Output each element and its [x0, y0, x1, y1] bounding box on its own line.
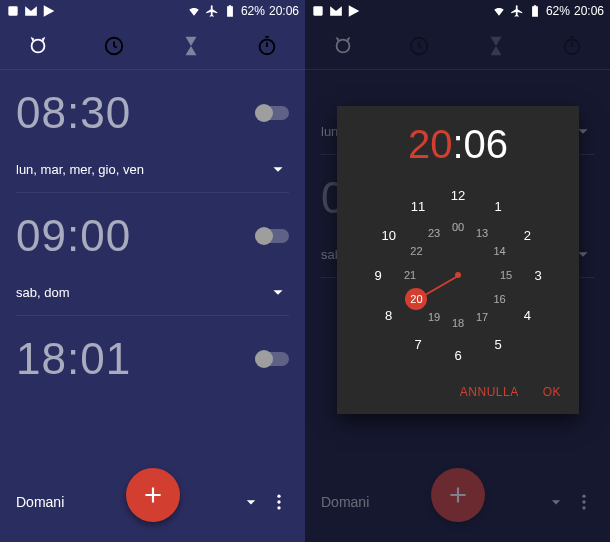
picker-minute[interactable]: 06	[464, 122, 509, 166]
hour-16[interactable]: 16	[493, 293, 505, 305]
clock-center	[455, 272, 461, 278]
hour-7[interactable]: 7	[414, 337, 421, 352]
tabs	[0, 22, 305, 70]
hour-22[interactable]: 22	[410, 245, 422, 257]
ok-button[interactable]: OK	[543, 385, 561, 399]
hour-10[interactable]: 10	[381, 228, 395, 243]
alarm-item[interactable]: 08:30 lun, mar, mer, gio, ven	[0, 70, 305, 193]
tab-stopwatch[interactable]	[534, 35, 610, 57]
battery-pct: 62%	[546, 4, 570, 18]
clock-time: 20:06	[574, 4, 604, 18]
add-alarm-button	[431, 468, 485, 522]
alarm-item[interactable]: 09:00 sab, dom	[0, 193, 305, 316]
hour-6[interactable]: 6	[454, 348, 461, 363]
svg-point-5	[277, 506, 280, 509]
alarm-list: 08:30 lun, mar, mer, gio, ven 09:00 sab,…	[0, 70, 305, 384]
hour-12[interactable]: 12	[451, 188, 465, 203]
chevron-down-icon[interactable]	[241, 492, 261, 512]
statusbar: 62% 20:06	[305, 0, 610, 22]
alarm-time[interactable]: 18:01	[16, 334, 131, 384]
alarm-days: lun, mar, mer, gio, ven	[16, 162, 144, 177]
svg-point-3	[277, 495, 280, 498]
tab-stopwatch[interactable]	[229, 35, 305, 57]
svg-point-10	[582, 500, 585, 503]
tab-alarm[interactable]	[0, 35, 76, 57]
hour-13[interactable]: 13	[476, 227, 488, 239]
airplane-icon	[205, 4, 219, 18]
tab-timer[interactable]	[458, 35, 534, 57]
footer-label: Domani	[321, 494, 369, 510]
hour-14[interactable]: 14	[493, 245, 505, 257]
hour-18[interactable]: 18	[452, 317, 464, 329]
battery-icon	[223, 4, 237, 18]
cancel-button[interactable]: ANNULLA	[460, 385, 519, 399]
hour-8[interactable]: 8	[385, 308, 392, 323]
chevron-down-icon[interactable]	[267, 281, 289, 303]
hour-9[interactable]: 9	[374, 268, 381, 283]
svg-point-4	[277, 500, 280, 503]
screen-right: 62% 20:06 lun, mar, mer, gio, ven 0 sab …	[305, 0, 610, 542]
hour-19[interactable]: 19	[428, 311, 440, 323]
alarm-time[interactable]: 09:00	[16, 211, 131, 261]
hour-15[interactable]: 15	[500, 269, 512, 281]
airplane-icon	[510, 4, 524, 18]
picker-hour[interactable]: 20	[408, 122, 453, 166]
more-icon	[574, 492, 594, 512]
hour-23[interactable]: 23	[428, 227, 440, 239]
alarm-toggle[interactable]	[255, 352, 289, 366]
tab-timer[interactable]	[153, 35, 229, 57]
more-icon[interactable]	[269, 492, 289, 512]
mail-icon	[24, 4, 38, 18]
statusbar: 62% 20:06	[0, 0, 305, 22]
play-icon	[42, 4, 56, 18]
hour-3[interactable]: 3	[534, 268, 541, 283]
alarm-item[interactable]: 18:01	[0, 316, 305, 384]
screen-left: 62% 20:06 08:30 lun, mar, mer, gio, ven …	[0, 0, 305, 542]
hour-17[interactable]: 17	[476, 311, 488, 323]
hour-20[interactable]: 20	[405, 288, 427, 310]
hour-21[interactable]: 21	[404, 269, 416, 281]
picker-time: 20:06	[337, 106, 579, 175]
clock-time: 20:06	[269, 4, 299, 18]
clock-face[interactable]: 121234567891011001314151617181920212223	[358, 175, 558, 375]
alarm-days: sab, dom	[16, 285, 69, 300]
alarm-toggle[interactable]	[255, 229, 289, 243]
hour-11[interactable]: 11	[411, 198, 425, 213]
svg-rect-6	[313, 6, 322, 15]
chevron-down-icon	[546, 492, 566, 512]
wifi-icon	[492, 4, 506, 18]
hour-4[interactable]: 4	[524, 308, 531, 323]
footer-label: Domani	[16, 494, 64, 510]
mail-icon	[329, 4, 343, 18]
tab-clock[interactable]	[76, 35, 152, 57]
app-icon	[311, 4, 325, 18]
app-icon	[6, 4, 20, 18]
play-icon	[347, 4, 361, 18]
hour-00[interactable]: 00	[452, 221, 464, 233]
svg-point-11	[582, 506, 585, 509]
chevron-down-icon[interactable]	[267, 158, 289, 180]
svg-point-9	[582, 495, 585, 498]
tab-clock[interactable]	[381, 35, 457, 57]
hour-1[interactable]: 1	[494, 198, 501, 213]
svg-rect-0	[8, 6, 17, 15]
hour-5[interactable]: 5	[494, 337, 501, 352]
alarm-time[interactable]: 08:30	[16, 88, 131, 138]
battery-icon	[528, 4, 542, 18]
time-picker-dialog: 20:06 1212345678910110013141516171819202…	[337, 106, 579, 414]
battery-pct: 62%	[241, 4, 265, 18]
tab-alarm[interactable]	[305, 35, 381, 57]
hour-2[interactable]: 2	[524, 228, 531, 243]
tabs	[305, 22, 610, 70]
add-alarm-button[interactable]	[126, 468, 180, 522]
wifi-icon	[187, 4, 201, 18]
alarm-toggle[interactable]	[255, 106, 289, 120]
